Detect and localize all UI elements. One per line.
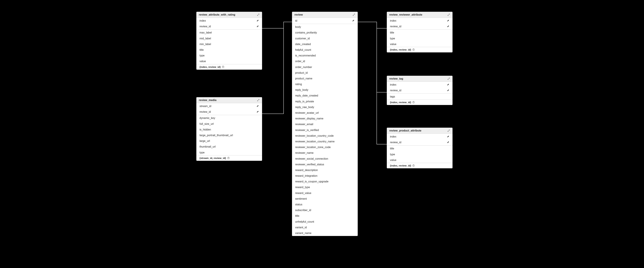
column[interactable]: title: [292, 213, 358, 219]
entity-review_attribute_with_rating[interactable]: review_attribute_with_ratingindexreview_…: [196, 12, 262, 70]
pk-column[interactable]: index: [196, 18, 262, 23]
column[interactable]: reply_body: [292, 87, 358, 93]
column[interactable]: reviewer_social_connection: [292, 156, 358, 161]
column[interactable]: min_label: [196, 41, 262, 47]
column[interactable]: reviewer_name: [292, 150, 358, 156]
column[interactable]: variant_id: [292, 224, 358, 230]
pk-column[interactable]: review_id: [387, 23, 452, 29]
column[interactable]: reviewer_display_name: [292, 116, 358, 121]
index-footer[interactable]: (stream_id, review_id)i: [196, 155, 262, 161]
column[interactable]: reward_value: [292, 190, 358, 196]
key-icon: [256, 105, 259, 107]
column[interactable]: title: [387, 145, 452, 151]
expand-icon[interactable]: [257, 13, 260, 16]
column[interactable]: order_number: [292, 64, 358, 70]
column[interactable]: unhelpful_count: [292, 219, 358, 224]
column[interactable]: reward_type: [292, 184, 358, 190]
info-icon[interactable]: i: [412, 49, 414, 51]
entity-review[interactable]: reviewidbodycontains_profanitycustomer_i…: [292, 12, 358, 236]
column[interactable]: reviewer_location_zone_code: [292, 144, 358, 150]
index-footer[interactable]: (index, review_id)i: [387, 163, 452, 168]
column[interactable]: dynamic_key: [196, 115, 262, 121]
column[interactable]: large_portrait_thumbnail_url: [196, 132, 262, 138]
pk-column[interactable]: review_id: [196, 109, 262, 115]
column[interactable]: is_recommended: [292, 53, 358, 58]
expand-icon[interactable]: [352, 13, 355, 16]
column[interactable]: variant_name: [292, 230, 358, 236]
column[interactable]: type: [387, 151, 452, 157]
pk-column[interactable]: review_id: [387, 87, 452, 93]
column[interactable]: reward_integration: [292, 173, 358, 179]
info-icon[interactable]: i: [227, 157, 230, 159]
column[interactable]: helpful_count: [292, 47, 358, 53]
index-footer[interactable]: (index, review_id)i: [387, 100, 452, 105]
info-icon[interactable]: i: [222, 66, 224, 68]
column[interactable]: rating: [292, 81, 358, 87]
column-list: indexreview_idtags: [387, 82, 452, 100]
column[interactable]: order_id: [292, 58, 358, 64]
column[interactable]: large_url: [196, 138, 262, 144]
column[interactable]: reply_raw_body: [292, 104, 358, 110]
column[interactable]: tags: [387, 94, 452, 99]
column[interactable]: thumbnail_url: [196, 144, 262, 149]
info-icon[interactable]: i: [412, 164, 414, 167]
column[interactable]: body: [292, 24, 358, 30]
column[interactable]: reviewer_is_verified: [292, 127, 358, 133]
entity-header[interactable]: review_media: [196, 97, 262, 103]
pk-column[interactable]: stream_id: [196, 103, 262, 109]
column[interactable]: date_created: [292, 41, 358, 47]
expand-icon[interactable]: [257, 99, 260, 102]
column[interactable]: contains_profanity: [292, 30, 358, 35]
column[interactable]: full_size_url: [196, 121, 262, 127]
column[interactable]: title: [387, 30, 452, 35]
column[interactable]: reply_date_created: [292, 93, 358, 98]
column[interactable]: reviewer_verified_status: [292, 161, 358, 167]
entity-review_reviewer_attribute[interactable]: review_reviewer_attributeindexreview_idt…: [387, 12, 452, 52]
column[interactable]: product_id: [292, 70, 358, 76]
entity-review_media[interactable]: review_mediastream_idreview_iddynamic_ke…: [196, 97, 262, 161]
expand-icon[interactable]: [447, 13, 450, 16]
column[interactable]: title: [196, 47, 262, 53]
entity-header[interactable]: review: [292, 12, 358, 18]
column[interactable]: reviewer_location_country_code: [292, 133, 358, 138]
entity-header[interactable]: review_reviewer_attribute: [387, 12, 452, 18]
entity-review_tag[interactable]: review_tagindexreview_idtags(index, revi…: [387, 76, 452, 105]
expand-icon[interactable]: [447, 77, 450, 80]
column[interactable]: reward_description: [292, 167, 358, 173]
column[interactable]: value: [196, 58, 262, 64]
index-footer[interactable]: (index, review_id)i: [196, 64, 262, 70]
column[interactable]: reviewer_email: [292, 121, 358, 127]
column[interactable]: type: [387, 35, 452, 41]
pk-column[interactable]: index: [387, 134, 452, 139]
column[interactable]: reply_is_private: [292, 99, 358, 104]
entity-header[interactable]: review_product_attribute: [387, 128, 452, 134]
column[interactable]: mid_label: [196, 35, 262, 41]
column[interactable]: reviewer_location_country_name: [292, 138, 358, 144]
pk-column[interactable]: index: [387, 82, 452, 87]
expand-icon[interactable]: [447, 129, 450, 132]
pk-column[interactable]: id: [292, 18, 358, 23]
column-name: contains_profanity: [295, 31, 317, 34]
column[interactable]: reviewer_avatar_url: [292, 110, 358, 116]
entity-review_product_attribute[interactable]: review_product_attributeindexreview_idti…: [387, 128, 452, 168]
column-name: order_id: [295, 60, 305, 63]
column[interactable]: customer_id: [292, 35, 358, 41]
entity-header[interactable]: review_tag: [387, 76, 452, 82]
column[interactable]: is_hidden: [196, 127, 262, 132]
column[interactable]: product_name: [292, 76, 358, 81]
pk-column[interactable]: review_id: [196, 23, 262, 29]
pk-column[interactable]: index: [387, 18, 452, 23]
info-icon[interactable]: i: [412, 101, 414, 103]
column[interactable]: type: [196, 53, 262, 58]
column[interactable]: status: [292, 202, 358, 207]
pk-column[interactable]: review_id: [387, 139, 452, 145]
column[interactable]: subscriber_id: [292, 207, 358, 213]
column[interactable]: max_label: [196, 30, 262, 35]
column[interactable]: value: [387, 41, 452, 47]
column[interactable]: sentiment: [292, 196, 358, 202]
column[interactable]: value: [387, 157, 452, 163]
index-footer[interactable]: (index, review_id)i: [387, 47, 452, 52]
entity-header[interactable]: review_attribute_with_rating: [196, 12, 262, 18]
column[interactable]: type: [196, 149, 262, 155]
column[interactable]: reward_is_coupon_upgrade: [292, 179, 358, 184]
